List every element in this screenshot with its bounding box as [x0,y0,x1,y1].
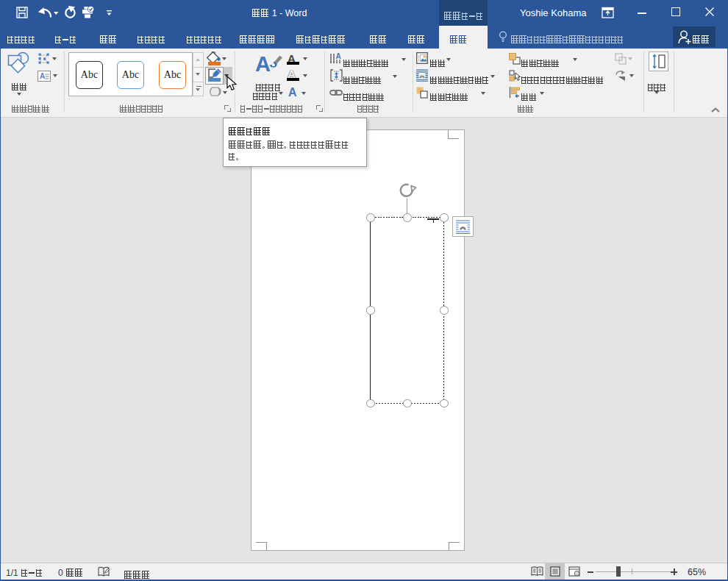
svg-text:A: A [255,52,271,76]
svg-text:A: A [336,53,341,60]
svg-text:A: A [40,72,45,80]
